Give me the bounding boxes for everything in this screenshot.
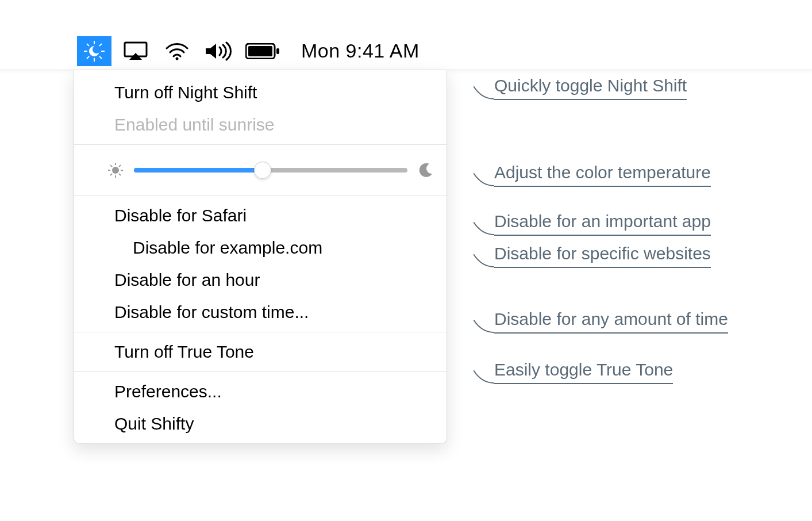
svg-line-9 — [99, 44, 102, 46]
wifi-icon[interactable] — [160, 36, 194, 66]
menu-item-disable-for-app[interactable]: Disable for Safari — [74, 200, 447, 232]
annotation-tail-icon — [474, 173, 494, 187]
svg-line-24 — [110, 174, 112, 175]
annotation-label: Disable for any amount of time — [494, 309, 728, 328]
annotation-tail-icon — [474, 370, 494, 384]
svg-line-7 — [99, 56, 102, 59]
menubar: Mon 9:41 AM — [0, 32, 812, 70]
annotation-tail-icon — [474, 320, 494, 334]
annotation-label: Quickly toggle Night Shift — [494, 76, 687, 95]
volume-icon[interactable] — [201, 36, 236, 66]
svg-line-23 — [119, 174, 121, 175]
svg-line-6 — [87, 44, 89, 46]
annotation-tail-icon — [474, 86, 494, 100]
menu-separator — [74, 144, 447, 145]
menu-separator — [74, 332, 447, 332]
slider-fill — [134, 168, 263, 173]
shifty-night-shift-icon[interactable] — [77, 36, 111, 66]
menubar-clock[interactable]: Mon 9:41 AM — [301, 40, 420, 62]
annotation-disable-app: Disable for an important app — [494, 212, 711, 236]
airplay-icon[interactable] — [118, 36, 153, 66]
moon-icon — [418, 162, 434, 178]
svg-line-22 — [110, 165, 112, 167]
annotation-label: Disable for an important app — [494, 212, 711, 231]
menu-item-disable-for-site[interactable]: Disable for example.com — [74, 232, 447, 264]
svg-marker-13 — [206, 44, 216, 59]
annotation-tail-icon — [474, 254, 494, 268]
annotation-label: Disable for specific websites — [494, 244, 711, 263]
menu-item-quit[interactable]: Quit Shifty — [74, 408, 447, 440]
annotation-true-tone: Easily toggle True Tone — [494, 360, 673, 384]
annotation-disable-custom: Disable for any amount of time — [494, 309, 728, 334]
menu-item-status: Enabled until sunrise — [74, 109, 447, 141]
svg-rect-15 — [248, 46, 272, 56]
menu-separator — [74, 196, 447, 196]
menu-separator — [74, 371, 447, 372]
menu-item-preferences[interactable]: Preferences... — [74, 376, 447, 408]
sun-icon — [107, 162, 124, 178]
svg-point-17 — [112, 167, 119, 174]
shifty-menu: Turn off Night Shift Enabled until sunri… — [74, 70, 447, 444]
menu-item-disable-for-hour[interactable]: Disable for an hour — [74, 264, 447, 296]
annotation-toggle-night-shift: Quickly toggle Night Shift — [494, 76, 687, 100]
menu-item-disable-custom-time[interactable]: Disable for custom time... — [74, 296, 447, 328]
annotation-label: Adjust the color temperature — [494, 163, 711, 182]
color-temperature-slider-row — [74, 148, 447, 192]
slider-thumb[interactable] — [254, 162, 271, 179]
menu-item-toggle-night-shift[interactable]: Turn off Night Shift — [74, 70, 447, 109]
svg-point-1 — [93, 45, 101, 53]
menu-item-toggle-true-tone[interactable]: Turn off True Tone — [74, 336, 447, 368]
svg-rect-16 — [276, 48, 279, 54]
svg-point-12 — [176, 57, 179, 60]
battery-icon[interactable] — [243, 36, 283, 66]
annotation-label: Easily toggle True Tone — [494, 360, 673, 379]
annotation-color-temperature: Adjust the color temperature — [494, 163, 711, 187]
svg-line-8 — [87, 56, 89, 59]
annotation-disable-site: Disable for specific websites — [494, 244, 711, 268]
svg-line-25 — [119, 165, 121, 167]
annotation-tail-icon — [474, 222, 494, 236]
color-temperature-slider[interactable] — [134, 168, 407, 173]
